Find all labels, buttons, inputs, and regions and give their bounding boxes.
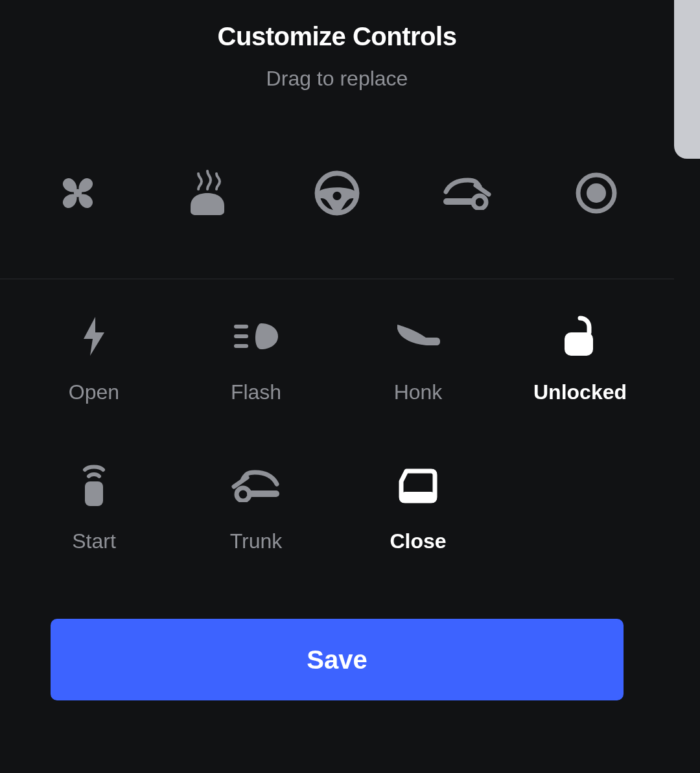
headlights-icon (233, 321, 279, 354)
frunk-icon (442, 176, 491, 213)
save-button[interactable]: Save (51, 619, 624, 700)
svg-rect-12 (247, 490, 279, 497)
slot-fan[interactable] (45, 162, 110, 227)
svg-rect-10 (565, 332, 593, 356)
page-title: Customize Controls (0, 22, 674, 51)
svg-point-13 (237, 488, 250, 501)
slot-steering-wheel[interactable] (305, 162, 369, 227)
charge-port-icon (81, 316, 107, 360)
remote-start-icon (80, 463, 108, 510)
seat-heat-icon (186, 170, 229, 219)
control-label: Unlocked (533, 380, 627, 404)
control-label: Flash (231, 380, 281, 404)
customize-controls-panel: Customize Controls Drag to replace (0, 0, 674, 773)
current-controls-row (0, 156, 674, 233)
control-close[interactable]: Close (337, 467, 499, 584)
svg-rect-14 (401, 492, 435, 501)
fan-icon (56, 172, 99, 217)
trunk-icon (231, 468, 281, 505)
header: Customize Controls Drag to replace (0, 0, 674, 91)
svg-rect-3 (443, 198, 476, 205)
control-label: Open (69, 380, 119, 404)
svg-rect-11 (85, 481, 103, 506)
unlock-icon (561, 316, 600, 360)
scrollbar-thumb[interactable] (674, 0, 700, 159)
control-unlocked[interactable]: Unlocked (499, 318, 661, 435)
slot-frunk[interactable] (434, 162, 499, 227)
control-trunk[interactable]: Trunk (175, 467, 337, 584)
svg-rect-9 (234, 344, 248, 348)
slot-seat-heat[interactable] (175, 162, 240, 227)
control-label: Start (72, 529, 116, 553)
control-label: Trunk (230, 529, 283, 553)
svg-point-4 (473, 196, 486, 209)
control-honk[interactable]: Honk (337, 318, 499, 435)
horn-icon (395, 322, 441, 353)
control-start[interactable]: Start (13, 467, 175, 584)
svg-rect-8 (234, 334, 248, 338)
steering-wheel-icon (314, 170, 360, 218)
control-label: Honk (394, 380, 443, 404)
record-icon (576, 172, 617, 216)
svg-point-6 (587, 183, 606, 203)
page-subtitle: Drag to replace (0, 67, 674, 91)
available-controls-grid: Open Flash (0, 279, 674, 584)
slot-record[interactable] (564, 162, 629, 227)
svg-rect-7 (234, 325, 248, 329)
control-label: Close (390, 529, 446, 553)
control-flash[interactable]: Flash (175, 318, 337, 435)
svg-point-2 (332, 192, 341, 200)
window-icon (399, 467, 438, 506)
control-open[interactable]: Open (13, 318, 175, 435)
